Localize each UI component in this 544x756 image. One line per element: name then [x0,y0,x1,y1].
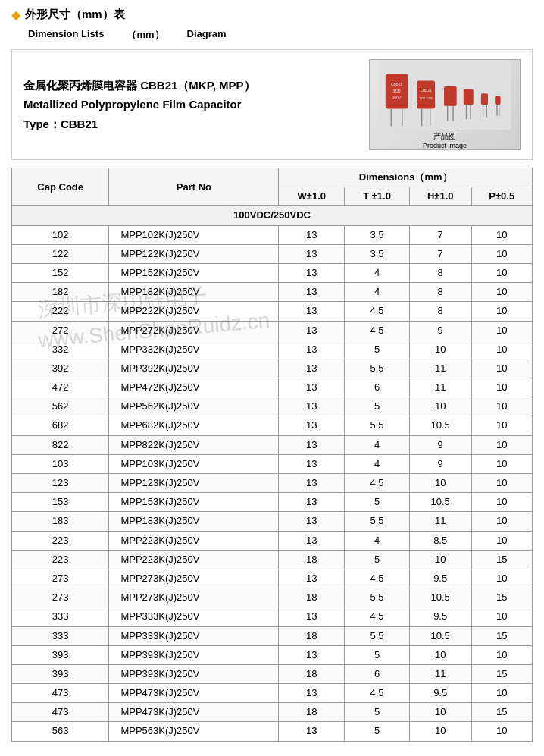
cell-w: 13 [279,569,345,588]
cell-cap-code: 332 [12,340,109,359]
cell-part-no: MPP222K(J)250V [109,302,279,321]
cell-h: 10 [409,645,471,664]
cell-cap-code: 333 [12,626,109,645]
product-title: 金属化聚丙烯膜电容器 CBB21（MKP, MPP） Metallized Po… [23,76,255,134]
svg-rect-15 [464,89,474,105]
cell-part-no: MPP182K(J)250V [109,283,279,302]
table-row: 102 MPP102K(J)250V 13 3.5 7 10 [12,225,533,244]
cell-w: 13 [279,302,345,321]
cell-cap-code: 822 [12,435,109,454]
cell-t: 5 [345,703,410,722]
table-row: 333 MPP333K(J)250V 18 5.5 10.5 15 [12,626,533,645]
table-row: 563 MPP563K(J)250V 13 5 10 10 [12,722,533,741]
cell-w: 13 [279,321,345,340]
cell-w: 13 [279,684,345,703]
cell-part-no: MPP273K(J)250V [109,569,279,588]
cell-cap-code: 393 [12,645,109,664]
cell-p: 10 [471,321,532,340]
cell-w: 18 [279,588,345,607]
cell-part-no: MPP473K(J)250V [109,684,279,703]
cell-t: 3.5 [345,225,410,244]
svg-rect-12 [444,86,457,106]
cell-p: 10 [471,397,532,416]
cell-p: 10 [471,474,532,493]
diamond-icon: ◆ [11,8,20,22]
cell-t: 5 [345,550,410,569]
cell-w: 13 [279,607,345,626]
cell-part-no: MPP473K(J)250V [109,703,279,722]
col-header-part-no: Part No [109,168,279,206]
cell-h: 10 [409,340,471,359]
cell-p: 10 [471,645,532,664]
cell-w: 13 [279,283,345,302]
svg-rect-7 [417,81,435,109]
cell-part-no: MPP393K(J)250V [109,664,279,683]
product-image-label: 产品图 Product image [423,131,467,149]
cell-t: 6 [345,378,410,397]
cell-p: 10 [471,512,532,531]
cell-p: 10 [471,569,532,588]
cell-part-no: MPP102K(J)250V [109,225,279,244]
table-row: 473 MPP473K(J)250V 18 5 10 15 [12,703,533,722]
cell-w: 13 [279,512,345,531]
cell-t: 5 [345,493,410,512]
cell-h: 8.5 [409,531,471,550]
cell-cap-code: 333 [12,607,109,626]
subtitle-dimension: Dimension Lists [28,28,104,42]
cell-p: 15 [471,550,532,569]
product-image-svg: CBB21 333J 400V CBB21 125J 250V [373,60,517,130]
cell-part-no: MPP123K(J)250V [109,474,279,493]
cell-w: 18 [279,664,345,683]
cell-p: 10 [471,454,532,473]
cell-p: 15 [471,664,532,683]
cell-w: 13 [279,531,345,550]
col-header-t: T ±1.0 [345,187,410,206]
cell-part-no: MPP153K(J)250V [109,493,279,512]
cell-t: 4.5 [345,607,410,626]
col-header-h: H±1.0 [409,187,471,206]
cell-w: 13 [279,645,345,664]
cell-part-no: MPP472K(J)250V [109,378,279,397]
cell-h: 8 [409,283,471,302]
cell-cap-code: 563 [12,722,109,741]
cell-cap-code: 273 [12,569,109,588]
cell-h: 9 [409,321,471,340]
cell-p: 10 [471,684,532,703]
cell-cap-code: 183 [12,512,109,531]
table-row: 273 MPP273K(J)250V 13 4.5 9.5 10 [12,569,533,588]
table-row: 472 MPP472K(J)250V 13 6 11 10 [12,378,533,397]
cell-part-no: MPP333K(J)250V [109,626,279,645]
cell-w: 13 [279,474,345,493]
cell-w: 13 [279,263,345,282]
cell-part-no: MPP122K(J)250V [109,244,279,263]
cell-h: 7 [409,225,471,244]
table-row: 822 MPP822K(J)250V 13 4 9 10 [12,435,533,454]
cell-t: 4 [345,283,410,302]
cell-t: 4.5 [345,474,410,493]
cell-h: 9 [409,435,471,454]
col-header-w: W±1.0 [279,187,345,206]
cell-part-no: MPP392K(J)250V [109,359,279,378]
cell-p: 10 [471,225,532,244]
cell-part-no: MPP273K(J)250V [109,588,279,607]
cell-p: 10 [471,607,532,626]
cell-part-no: MPP562K(J)250V [109,397,279,416]
cell-p: 10 [471,302,532,321]
cell-part-no: MPP223K(J)250V [109,531,279,550]
table-header-row-1: Cap Code Part No Dimensions（mm） [12,168,533,187]
cell-cap-code: 123 [12,474,109,493]
cell-h: 10 [409,703,471,722]
product-title-line2: Metallized Polypropylene Film Capacitor [23,95,255,114]
cell-w: 13 [279,225,345,244]
cell-t: 4.5 [345,684,410,703]
cell-part-no: MPP103K(J)250V [109,454,279,473]
cell-p: 10 [471,378,532,397]
cell-p: 10 [471,340,532,359]
cell-t: 5.5 [345,512,410,531]
cell-p: 15 [471,588,532,607]
cell-h: 9.5 [409,569,471,588]
cell-cap-code: 472 [12,378,109,397]
voltage-group-row: 100VDC/250VDC [12,206,533,225]
table-row: 272 MPP272K(J)250V 13 4.5 9 10 [12,321,533,340]
cell-t: 4 [345,263,410,282]
